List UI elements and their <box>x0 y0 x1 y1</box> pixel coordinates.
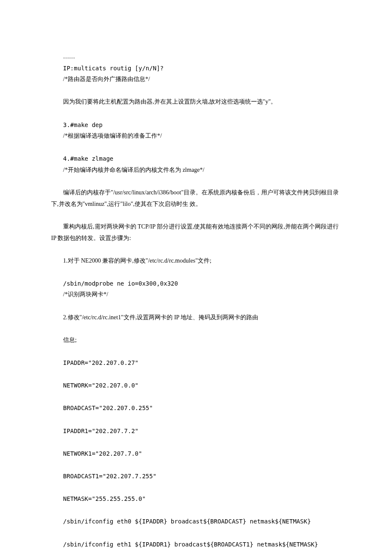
text-line: IPADDR="202.207.0.27" <box>51 357 341 369</box>
blank-line <box>51 459 341 471</box>
text-line: /*路由器是否向外广播路由信息*/ <box>51 74 341 85</box>
blank-line <box>51 527 341 539</box>
blank-line <box>51 346 341 357</box>
text-paragraph: 编译后的内核存于"/usr/src/linux/arch/i386/boot"目… <box>51 187 341 210</box>
text-line: 3.#make dep <box>51 119 341 131</box>
blank-line <box>51 85 341 97</box>
text-line: …… <box>51 51 341 63</box>
text-line: NETWORK="202.207.0.0" <box>51 380 341 391</box>
text-line: BROADCAST1="202.207.7.255" <box>51 471 341 482</box>
blank-line <box>51 391 341 403</box>
blank-line <box>51 108 341 119</box>
blank-line <box>51 176 341 188</box>
text-line: BROADCAST="202.207.0.255" <box>51 402 341 414</box>
blank-line <box>51 266 341 278</box>
text-line: IP:multicats routig [y/n/N]? <box>51 63 341 74</box>
text-line: 1.对于 NE2000 兼容的网卡,修改"/etc/rc.d/rc.module… <box>51 255 341 267</box>
text-line: 因为我们要将此主机配置为路由器,并在其上设置防火墙,故对这些选项统一选"y"。 <box>51 96 341 108</box>
text-line: 4.#make zlmage <box>51 153 341 165</box>
text-paragraph: 重构内核后,需对两块网卡的 TCP/IP 部分进行设置,使其能有效地连接两个不同… <box>51 221 341 244</box>
blank-line <box>51 210 341 221</box>
text-line: 信息; <box>51 335 341 346</box>
text-line: /*识别两块网卡*/ <box>51 289 341 301</box>
blank-line <box>51 505 341 516</box>
text-line: /sbin/modprobe ne io=0x300,0x320 <box>51 278 341 289</box>
blank-line <box>51 414 341 425</box>
blank-line <box>51 369 341 380</box>
text-line: /*根据编译选项做编译前的准备工作*/ <box>51 130 341 142</box>
blank-line <box>51 244 341 255</box>
text-line: /*开始编译内核并命名编译后的内核文件名为 zlmage*/ <box>51 165 341 176</box>
text-line: NETWORK1="202.207.7.0" <box>51 448 341 460</box>
blank-line <box>51 482 341 494</box>
text-line: /sbin/ifconfig eth0 ${IPADDR} broadcast$… <box>51 516 341 527</box>
text-line: 2.修改"/etc/rc.d/rc.inet1"文件,设置两网卡的 IP 地址、… <box>51 312 341 324</box>
text-line: IPADDR1="202.207.7.2" <box>51 425 341 437</box>
text-line: /sbin/ifconfig eth1 ${IPADDR1} broadcast… <box>51 539 341 550</box>
text-line: NETMASK="255.255.255.0" <box>51 493 341 505</box>
blank-line <box>51 323 341 335</box>
document-page: …… IP:multicats routig [y/n/N]? /*路由器是否向… <box>0 0 392 555</box>
blank-line <box>51 301 341 312</box>
blank-line <box>51 142 341 153</box>
blank-line <box>51 436 341 448</box>
